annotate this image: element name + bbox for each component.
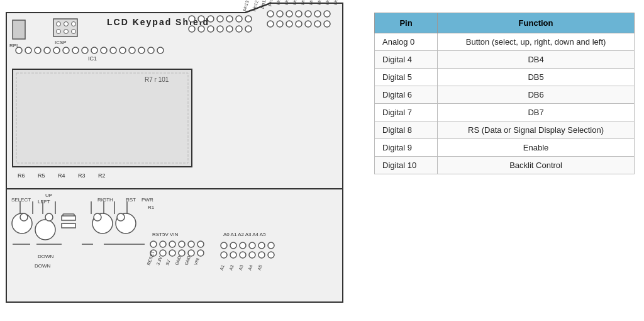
pin-cell: Digital 10 [375, 157, 438, 174]
svg-text:RST: RST [152, 232, 162, 237]
svg-point-34 [245, 26, 252, 32]
svg-text:SELECT: SELECT [11, 197, 31, 203]
svg-point-131 [249, 242, 255, 249]
table-row: Digital 4DB4 [375, 51, 635, 69]
svg-text:ICSP: ICSP [55, 40, 67, 45]
svg-point-38 [296, 21, 302, 27]
svg-point-132 [258, 242, 265, 249]
svg-point-93 [20, 213, 28, 221]
svg-point-116 [160, 250, 166, 256]
svg-rect-59 [13, 20, 25, 39]
svg-point-55 [138, 47, 145, 54]
svg-point-48 [72, 47, 79, 54]
svg-point-54 [129, 47, 135, 54]
svg-point-139 [268, 252, 274, 258]
svg-point-19 [236, 16, 242, 22]
svg-point-15 [198, 16, 204, 22]
svg-point-87 [35, 220, 55, 240]
svg-text:R3: R3 [78, 172, 86, 179]
pcb-diagram: pin13 pin12 pin11 pin10 pin9 pin8 pin7 p… [0, 0, 352, 308]
svg-point-41 [324, 21, 330, 27]
svg-text:R2: R2 [98, 172, 106, 179]
svg-point-33 [236, 26, 242, 32]
table-area: Pin Function Analog 0Button (select, up,… [365, 0, 644, 321]
svg-point-44 [35, 47, 41, 54]
svg-point-136 [240, 252, 246, 258]
svg-point-40 [314, 21, 321, 27]
svg-point-109 [150, 241, 157, 247]
svg-rect-99 [62, 223, 75, 228]
pin-function-table: Pin Function Analog 0Button (select, up,… [374, 13, 635, 174]
svg-point-66 [64, 30, 69, 34]
pin-cell: Digital 9 [375, 139, 438, 157]
svg-point-26 [314, 11, 321, 17]
svg-point-101 [94, 213, 101, 221]
svg-text:DOWN: DOWN [35, 263, 51, 269]
pcb-area: pin13 pin12 pin11 pin10 pin9 pin8 pin7 p… [0, 0, 365, 321]
svg-point-45 [44, 47, 50, 54]
svg-point-14 [189, 16, 195, 22]
function-cell: DB6 [438, 86, 635, 104]
svg-point-104 [117, 213, 125, 221]
svg-text:VIN: VIN [170, 232, 179, 237]
pin-cell: Digital 6 [375, 86, 438, 104]
function-cell: DB4 [438, 51, 635, 69]
svg-text:UP: UP [45, 193, 52, 198]
svg-point-96 [45, 213, 53, 221]
pin-cell: Digital 8 [375, 121, 438, 139]
svg-point-30 [208, 26, 214, 32]
svg-text:R1: R1 [148, 205, 155, 210]
table-row: Digital 7DB7 [375, 104, 635, 121]
pin-cell: Digital 5 [375, 69, 438, 86]
svg-point-110 [160, 241, 166, 247]
svg-point-67 [72, 30, 76, 34]
svg-point-130 [240, 242, 246, 249]
svg-point-31 [217, 26, 223, 32]
svg-point-46 [53, 47, 60, 54]
svg-point-117 [169, 250, 175, 256]
svg-text:IC1: IC1 [88, 55, 97, 62]
svg-text:RPI: RPI [9, 43, 18, 48]
svg-point-52 [110, 47, 116, 54]
svg-point-114 [197, 241, 204, 247]
svg-text:R7   r 101: R7 r 101 [145, 76, 169, 83]
svg-text:R6: R6 [18, 172, 25, 179]
table-row: Analog 0Button (select, up, right, down … [375, 33, 635, 51]
svg-point-111 [169, 241, 175, 247]
svg-text:R4: R4 [58, 172, 65, 179]
table-row: Digital 8RS (Data or Signal Display Sele… [375, 121, 635, 139]
svg-rect-69 [13, 69, 192, 167]
function-cell: RS (Data or Signal Display Selection) [438, 121, 635, 139]
function-column-header: Function [438, 13, 635, 33]
svg-point-113 [188, 241, 194, 247]
svg-text:5V: 5V [162, 232, 169, 237]
svg-point-47 [63, 47, 69, 54]
svg-point-37 [286, 21, 292, 27]
svg-text:R5: R5 [38, 172, 45, 179]
svg-text:PWR: PWR [142, 197, 153, 203]
svg-point-134 [221, 252, 227, 258]
function-cell: DB7 [438, 104, 635, 121]
svg-point-25 [305, 11, 311, 17]
svg-text:LEFT: LEFT [38, 199, 50, 205]
svg-point-28 [189, 26, 195, 32]
svg-point-20 [245, 16, 252, 22]
svg-point-62 [57, 22, 61, 26]
svg-point-50 [91, 47, 97, 54]
svg-text:RIGTH: RIGTH [97, 197, 113, 203]
svg-point-27 [324, 11, 330, 17]
svg-point-128 [221, 242, 227, 249]
svg-point-118 [179, 250, 185, 256]
svg-point-21 [267, 11, 274, 17]
svg-text:A0 A1 A2 A3 A4 A5: A0 A1 A2 A3 A4 A5 [223, 232, 266, 237]
svg-point-18 [226, 16, 233, 22]
table-row: Digital 10Backlit Control [375, 157, 635, 174]
svg-point-63 [64, 22, 69, 26]
pin-cell: Analog 0 [375, 33, 438, 51]
svg-point-51 [101, 47, 107, 54]
svg-point-35 [267, 21, 274, 27]
pin-column-header: Pin [375, 13, 438, 33]
svg-point-22 [277, 11, 283, 17]
svg-point-16 [208, 16, 214, 22]
function-cell: DB5 [438, 69, 635, 86]
